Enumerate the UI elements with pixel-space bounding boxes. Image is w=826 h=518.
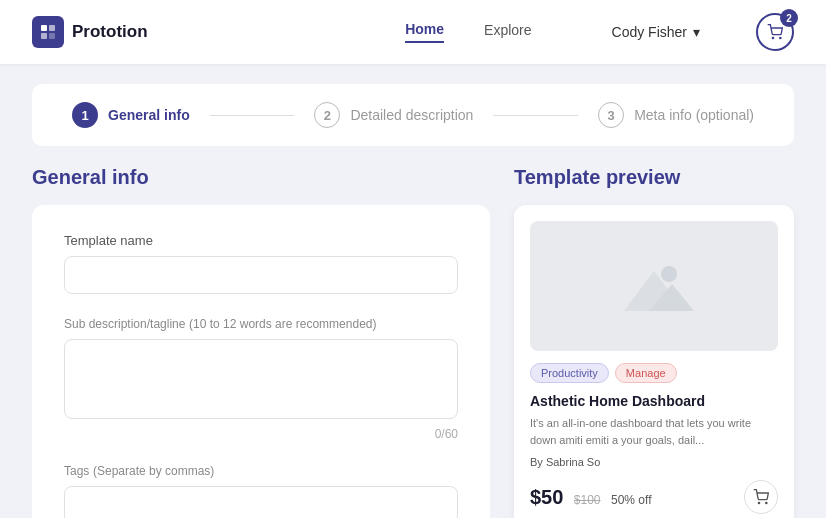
right-panel: Template preview Productivity Manage Ast…	[514, 166, 794, 518]
tags-label: Tags (Separate by commas)	[64, 463, 458, 478]
template-name-input[interactable]	[64, 256, 458, 294]
preview-card-desc: It's an all-in-one dashboard that lets y…	[530, 415, 778, 448]
logo-icon	[32, 16, 64, 48]
tag-productivity: Productivity	[530, 363, 609, 383]
preview-cart-icon	[753, 489, 769, 505]
svg-rect-3	[49, 33, 55, 39]
step-2[interactable]: 2 Detailed description	[314, 102, 473, 128]
general-info-title: General info	[32, 166, 490, 189]
sub-description-textarea[interactable]	[64, 339, 458, 419]
sub-description-hint: (10 to 12 words are recommended)	[189, 317, 376, 331]
step-1-label: General info	[108, 107, 190, 123]
svg-rect-0	[41, 25, 47, 31]
mountain-icon	[614, 256, 694, 316]
step-3-circle: 3	[598, 102, 624, 128]
svg-point-6	[661, 266, 677, 282]
cart-badge: 2	[780, 9, 798, 27]
step-2-label: Detailed description	[350, 107, 473, 123]
nav-user-name: Cody Fisher	[612, 24, 687, 40]
stepper: 1 General info 2 Detailed description 3 …	[32, 84, 794, 146]
preview-tags: Productivity Manage	[530, 363, 778, 383]
step-1-circle: 1	[72, 102, 98, 128]
char-count: 0/60	[64, 427, 458, 441]
svg-rect-1	[49, 25, 55, 31]
svg-point-4	[772, 37, 773, 38]
nav-chevron-icon: ▾	[693, 24, 700, 40]
main-content: General info Template name Sub descripti…	[0, 166, 826, 518]
preview-price: $50	[530, 486, 563, 508]
step-1[interactable]: 1 General info	[72, 102, 190, 128]
step-2-circle: 2	[314, 102, 340, 128]
logo-text: Prototion	[72, 22, 148, 42]
svg-point-10	[766, 502, 767, 503]
svg-point-5	[780, 37, 781, 38]
preview-image	[530, 221, 778, 351]
template-name-group: Template name	[64, 233, 458, 294]
preview-card-author: By Sabrina So	[530, 456, 778, 468]
left-panel: General info Template name Sub descripti…	[32, 166, 490, 518]
preview-discount: 50% off	[611, 493, 651, 507]
nav-cart-button[interactable]: 2	[756, 13, 794, 51]
step-divider-1	[210, 115, 295, 116]
preview-price-group: $50 $100 50% off	[530, 486, 651, 509]
template-preview-title: Template preview	[514, 166, 794, 189]
nav-links: Home Explore Cody Fisher ▾ 2	[405, 13, 794, 51]
logo[interactable]: Prototion	[32, 16, 148, 48]
preview-card: Productivity Manage Asthetic Home Dashbo…	[514, 205, 794, 518]
nav-explore[interactable]: Explore	[484, 22, 531, 42]
preview-original-price: $100	[574, 493, 601, 507]
tags-group: Tags (Separate by commas)	[64, 463, 458, 518]
step-3-label: Meta info (optional)	[634, 107, 754, 123]
svg-point-9	[758, 502, 759, 503]
svg-rect-2	[41, 33, 47, 39]
form-card: Template name Sub description/tagline (1…	[32, 205, 490, 518]
tags-hint: (Separate by commas)	[93, 464, 214, 478]
template-name-label: Template name	[64, 233, 458, 248]
navbar: Prototion Home Explore Cody Fisher ▾ 2	[0, 0, 826, 64]
nav-home[interactable]: Home	[405, 21, 444, 43]
sub-description-label: Sub description/tagline (10 to 12 words …	[64, 316, 458, 331]
tag-manage: Manage	[615, 363, 677, 383]
preview-price-row: $50 $100 50% off	[530, 480, 778, 514]
sub-description-group: Sub description/tagline (10 to 12 words …	[64, 316, 458, 441]
nav-user-menu[interactable]: Cody Fisher ▾	[612, 24, 700, 40]
preview-card-title: Asthetic Home Dashboard	[530, 393, 778, 409]
tags-input[interactable]	[64, 486, 458, 518]
step-divider-2	[493, 115, 578, 116]
preview-cart-button[interactable]	[744, 480, 778, 514]
step-3[interactable]: 3 Meta info (optional)	[598, 102, 754, 128]
